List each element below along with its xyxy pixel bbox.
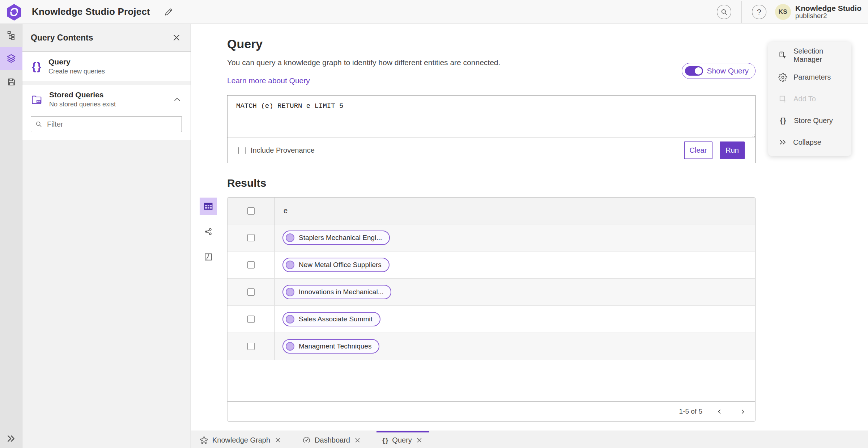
next-page-button[interactable] xyxy=(736,405,749,418)
table-header-row: e xyxy=(227,198,755,224)
tab-knowledge-graph[interactable]: Knowledge Graph xyxy=(194,431,287,448)
close-icon xyxy=(355,438,360,443)
entity-pill[interactable]: Innovations in Mechanical... xyxy=(282,285,391,299)
chevron-up-icon xyxy=(174,97,180,101)
collapse-panel-button[interactable]: Collapse xyxy=(768,131,851,153)
table-row: New Metal Office Suppliers xyxy=(227,252,755,279)
parameters-button[interactable]: Parameters xyxy=(768,66,851,88)
left-icon-rail xyxy=(0,24,22,448)
table-view-button[interactable] xyxy=(200,198,217,215)
row-checkbox[interactable] xyxy=(247,234,255,241)
parameters-gear-icon xyxy=(778,73,787,82)
layers-icon xyxy=(6,53,17,64)
stored-queries-section: Stored Queries No stored queries exist xyxy=(22,85,191,140)
query-braces-icon: { } xyxy=(382,436,388,444)
collapse-section-button[interactable] xyxy=(173,95,182,104)
entity-pill[interactable]: Staplers Mechanical Engi... xyxy=(282,231,390,245)
edit-title-button[interactable] xyxy=(162,6,175,18)
row-checkbox[interactable] xyxy=(247,343,255,350)
row-checkbox[interactable] xyxy=(247,261,255,269)
pagination-range: 1-5 of 5 xyxy=(679,407,702,415)
rail-item-save[interactable] xyxy=(0,70,22,93)
query-heading: Query xyxy=(227,37,756,51)
query-braces-icon: { } xyxy=(31,60,42,73)
query-description: You can query a knowledge graph to ident… xyxy=(227,58,756,67)
table-row: Staplers Mechanical Engi... xyxy=(227,224,755,252)
row-checkbox[interactable] xyxy=(247,316,255,323)
previous-page-button[interactable] xyxy=(713,405,726,418)
link-chart-view-button[interactable] xyxy=(200,223,217,240)
chevron-right-icon xyxy=(740,409,746,415)
entity-pill[interactable]: Sales Associate Summit xyxy=(282,312,380,326)
entity-dot-icon xyxy=(286,288,294,296)
results-heading: Results xyxy=(227,177,756,189)
entity-dot-icon xyxy=(286,233,294,242)
map-view-button[interactable] xyxy=(200,248,217,266)
include-provenance-checkbox[interactable] xyxy=(238,147,246,154)
include-provenance-label: Include Provenance xyxy=(251,146,315,155)
user-menu[interactable]: Knowledge Studio publisher2 xyxy=(795,4,863,20)
data-model-icon xyxy=(6,30,16,41)
table-pagination: 1-5 of 5 xyxy=(227,401,755,421)
expand-rail-button[interactable] xyxy=(0,429,22,448)
app-logo-icon xyxy=(6,3,22,21)
close-icon xyxy=(417,438,422,443)
column-header-e: e xyxy=(275,198,755,224)
results-table: e Staplers Mechanical Engi... xyxy=(227,197,756,422)
search-icon xyxy=(720,8,728,16)
tab-dashboard[interactable]: Dashboard xyxy=(297,431,367,448)
panel-item-query[interactable]: { } Query Create new queries xyxy=(22,52,191,81)
save-icon xyxy=(7,77,16,87)
store-query-button[interactable]: { } Store Query xyxy=(768,110,851,131)
close-icon xyxy=(173,34,180,41)
account-username: publisher2 xyxy=(795,12,861,20)
rail-item-contents[interactable] xyxy=(0,47,22,70)
tab-query[interactable]: { } Query xyxy=(376,431,429,448)
map-view-icon xyxy=(204,252,213,262)
selection-manager-button[interactable]: Selection Manager xyxy=(768,45,851,66)
chevron-left-icon xyxy=(716,409,723,415)
dashboard-gauge-icon xyxy=(302,436,311,444)
search-button[interactable] xyxy=(717,5,731,19)
show-query-toggle[interactable]: Show Query xyxy=(682,63,756,79)
double-chevron-right-icon xyxy=(7,435,16,443)
help-button[interactable]: ? xyxy=(752,5,766,19)
filter-search-icon xyxy=(35,121,42,129)
table-row: Innovations in Mechanical... xyxy=(227,279,755,306)
page-title: Knowledge Studio Project xyxy=(32,6,150,17)
stored-queries-folder-icon xyxy=(31,94,43,105)
panel-close-button[interactable] xyxy=(171,32,182,43)
query-editor-panel: MATCH (e) RETURN e LIMIT 5 Include Prove… xyxy=(227,95,756,163)
query-actions-panel: Selection Manager Parameters Add To xyxy=(768,42,851,156)
run-button[interactable]: Run xyxy=(720,141,745,159)
filter-input[interactable] xyxy=(31,116,182,132)
panel-item-stored-queries[interactable]: Stored Queries No stored queries exist xyxy=(22,85,191,114)
select-all-checkbox[interactable] xyxy=(247,207,255,215)
entity-pill[interactable]: Managment Techniques xyxy=(282,339,379,354)
query-code-textarea[interactable]: MATCH (e) RETURN e LIMIT 5 xyxy=(227,96,755,138)
top-bar: Knowledge Studio Project ? KS Knowledge … xyxy=(0,0,868,24)
app-window: Knowledge Studio Project ? KS Knowledge … xyxy=(0,0,868,448)
entity-dot-icon xyxy=(286,261,294,269)
learn-more-link[interactable]: Learn more about Query xyxy=(227,76,310,85)
row-checkbox[interactable] xyxy=(247,288,255,296)
avatar[interactable]: KS xyxy=(775,4,791,20)
add-to-icon xyxy=(778,94,787,103)
link-chart-icon xyxy=(204,227,213,236)
close-tab-button[interactable] xyxy=(274,437,281,444)
entity-pill[interactable]: New Metal Office Suppliers xyxy=(282,258,390,272)
table-view-icon xyxy=(203,201,213,211)
clear-button[interactable]: Clear xyxy=(684,141,713,159)
query-contents-panel: Query Contents { } Query Create new quer… xyxy=(22,24,191,448)
store-query-braces-icon: { } xyxy=(778,117,788,125)
close-tab-button[interactable] xyxy=(416,437,423,444)
table-row: Managment Techniques xyxy=(227,333,755,360)
entity-dot-icon xyxy=(286,315,294,324)
close-tab-button[interactable] xyxy=(354,437,361,444)
rail-item-data-model[interactable] xyxy=(0,24,22,47)
selection-manager-icon xyxy=(778,51,787,60)
document-tab-bar: Knowledge Graph Dashboard xyxy=(191,431,868,448)
panel-title: Query Contents xyxy=(31,33,171,43)
question-mark-icon: ? xyxy=(757,8,761,16)
results-view-toolbar xyxy=(200,198,217,266)
